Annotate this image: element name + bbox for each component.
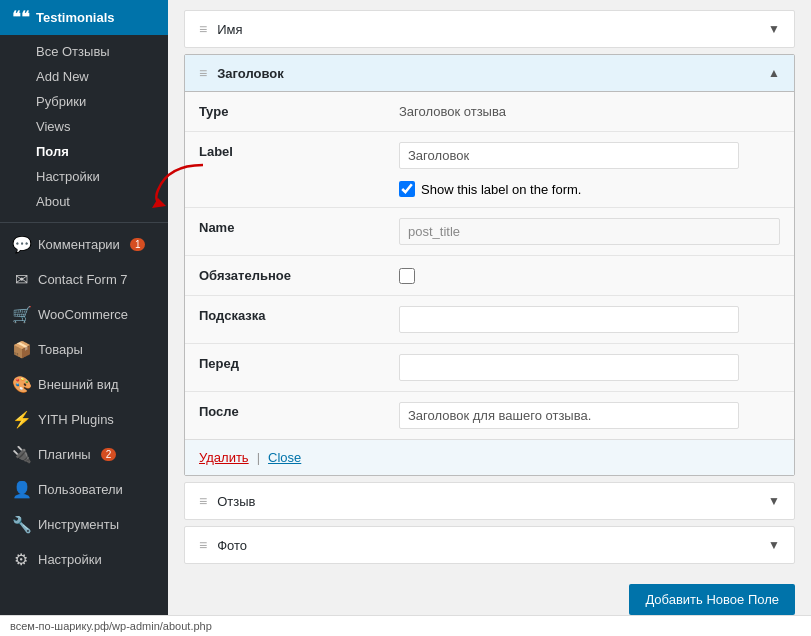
value-label: Show this label on the form. xyxy=(385,132,794,207)
field-row-imya-left: ≡ Имя xyxy=(199,21,243,37)
label-input[interactable] xyxy=(399,142,739,169)
sidebar-item-vneshny-vid[interactable]: 🎨 Внешний вид xyxy=(0,367,168,402)
form-row-type: Type Заголовок отзыва xyxy=(185,92,794,132)
drag-handle-foto[interactable]: ≡ xyxy=(199,537,207,553)
main-content: ≡ Имя ▼ ≡ Заголовок ▲ Type Заголовок отз… xyxy=(168,0,811,636)
tools-label: Инструменты xyxy=(38,517,119,532)
settings-icon: ⚙ xyxy=(12,550,30,569)
drag-handle-otzyv[interactable]: ≡ xyxy=(199,493,207,509)
form-row-after: После xyxy=(185,392,794,439)
field-expanded-header-left: ≡ Заголовок xyxy=(199,65,284,81)
nastroyki-label: Настройки xyxy=(38,552,102,567)
expanded-section-title: Заголовок xyxy=(217,66,284,81)
label-before: Перед xyxy=(185,344,385,391)
sidebar-item-tovary[interactable]: 📦 Товары xyxy=(0,332,168,367)
sidebar-item-views[interactable]: Views xyxy=(36,114,168,139)
plugins-badge: 2 xyxy=(101,448,117,461)
status-url: всем-по-шарику.рф/wp-admin/about.php xyxy=(10,620,212,632)
type-value: Заголовок отзыва xyxy=(399,104,506,119)
sidebar-item-rubrics[interactable]: Рубрики xyxy=(36,89,168,114)
field-expanded-zagolovok: ≡ Заголовок ▲ Type Заголовок отзыва Labe… xyxy=(184,54,795,476)
show-label-text: Show this label on the form. xyxy=(421,182,581,197)
tovary-label: Товары xyxy=(38,342,83,357)
required-checkbox[interactable] xyxy=(399,268,415,284)
label-required: Обязательное xyxy=(185,256,385,295)
show-label-checkbox[interactable] xyxy=(399,181,415,197)
sidebar-item-fields[interactable]: Поля xyxy=(36,139,168,164)
sidebar: ❝❝ Testimonials Все Отзывы Add New Рубри… xyxy=(0,0,168,636)
add-field-button[interactable]: Добавить Новое Поле xyxy=(629,584,795,615)
name-readonly: post_title xyxy=(399,218,780,245)
status-bar: всем-по-шарику.рф/wp-admin/about.php xyxy=(0,615,811,636)
label-type: Type xyxy=(185,92,385,131)
testimonials-label: Testimonials xyxy=(36,10,115,25)
field-row-otzyv-label: Отзыв xyxy=(217,494,255,509)
form-row-label: Label Show this label on the form. xyxy=(185,132,794,208)
field-expanded-header[interactable]: ≡ Заголовок ▲ xyxy=(185,55,794,92)
sidebar-item-users[interactable]: 👤 Пользователи xyxy=(0,472,168,507)
before-input[interactable] xyxy=(399,354,739,381)
field-row-otzyv[interactable]: ≡ Отзыв ▼ xyxy=(184,482,795,520)
sidebar-item-contact-form[interactable]: ✉ Contact Form 7 xyxy=(0,262,168,297)
show-label-row: Show this label on the form. xyxy=(399,181,780,197)
comments-icon: 💬 xyxy=(12,235,30,254)
label-after: После xyxy=(185,392,385,439)
label-name: Name xyxy=(185,208,385,255)
form-row-hint: Подсказка xyxy=(185,296,794,344)
form-row-required: Обязательное xyxy=(185,256,794,296)
field-row-foto[interactable]: ≡ Фото ▼ xyxy=(184,526,795,564)
after-input[interactable] xyxy=(399,402,739,429)
tovary-icon: 📦 xyxy=(12,340,30,359)
field-row-foto-label: Фото xyxy=(217,538,247,553)
field-row-imya-label: Имя xyxy=(217,22,242,37)
appearance-icon: 🎨 xyxy=(12,375,30,394)
vneshny-vid-label: Внешний вид xyxy=(38,377,119,392)
contact-form-icon: ✉ xyxy=(12,270,30,289)
form-row-before: Перед xyxy=(185,344,794,392)
sidebar-testimonials-header[interactable]: ❝❝ Testimonials xyxy=(0,0,168,35)
collapse-icon-zagolovok[interactable]: ▲ xyxy=(768,66,780,80)
label-hint: Подсказка xyxy=(185,296,385,343)
comments-badge: 1 xyxy=(130,238,146,251)
value-type: Заголовок отзыва xyxy=(385,92,794,131)
sidebar-item-vse-otzyvy[interactable]: Все Отзывы xyxy=(36,39,168,64)
sidebar-item-add-new[interactable]: Add New xyxy=(36,64,168,89)
hint-input[interactable] xyxy=(399,306,739,333)
sidebar-item-yith[interactable]: ⚡ YITH Plugins xyxy=(0,402,168,437)
yith-icon: ⚡ xyxy=(12,410,30,429)
value-required xyxy=(385,256,794,295)
woocommerce-label: WooCommerce xyxy=(38,307,128,322)
expand-icon-otzyv[interactable]: ▼ xyxy=(768,494,780,508)
field-row-foto-left: ≡ Фото xyxy=(199,537,247,553)
sidebar-item-plaginy[interactable]: 🔌 Плагины 2 xyxy=(0,437,168,472)
sidebar-item-comments[interactable]: 💬 Комментарии 1 xyxy=(0,227,168,262)
plaginy-label: Плагины xyxy=(38,447,91,462)
value-name: post_title xyxy=(385,208,794,255)
testimonials-submenu: Все Отзывы Add New Рубрики Views Поля На… xyxy=(0,35,168,218)
form-row-name: Name post_title xyxy=(185,208,794,256)
expand-icon-imya[interactable]: ▼ xyxy=(768,22,780,36)
sidebar-item-settings[interactable]: Настройки xyxy=(36,164,168,189)
users-label: Пользователи xyxy=(38,482,123,497)
contact-form-label: Contact Form 7 xyxy=(38,272,128,287)
quotes-icon: ❝❝ xyxy=(12,8,30,27)
delete-link[interactable]: Удалить xyxy=(199,450,249,465)
sidebar-item-nastroyki[interactable]: ⚙ Настройки xyxy=(0,542,168,577)
yith-label: YITH Plugins xyxy=(38,412,114,427)
fields-editor: ≡ Имя ▼ ≡ Заголовок ▲ Type Заголовок отз… xyxy=(168,0,811,584)
sidebar-item-tools[interactable]: 🔧 Инструменты xyxy=(0,507,168,542)
woocommerce-icon: 🛒 xyxy=(12,305,30,324)
sidebar-item-woocommerce[interactable]: 🛒 WooCommerce xyxy=(0,297,168,332)
close-link[interactable]: Close xyxy=(268,450,301,465)
comments-label: Комментарии xyxy=(38,237,120,252)
drag-handle-imya[interactable]: ≡ xyxy=(199,21,207,37)
sidebar-item-about[interactable]: About xyxy=(36,189,168,214)
field-actions: Удалить | Close xyxy=(185,439,794,475)
drag-handle-zagolovok[interactable]: ≡ xyxy=(199,65,207,81)
expand-icon-foto[interactable]: ▼ xyxy=(768,538,780,552)
field-row-imya[interactable]: ≡ Имя ▼ xyxy=(184,10,795,48)
value-hint xyxy=(385,296,794,343)
value-after xyxy=(385,392,794,439)
users-icon: 👤 xyxy=(12,480,30,499)
value-before xyxy=(385,344,794,391)
